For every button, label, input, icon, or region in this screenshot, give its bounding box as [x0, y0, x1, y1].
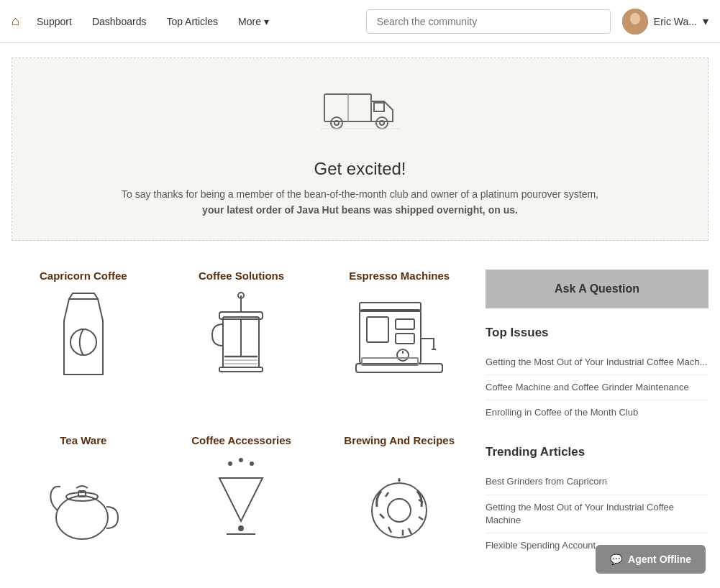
coffee-solutions-icon	[194, 292, 288, 385]
user-menu[interactable]: Eric Wa... ▾	[622, 9, 708, 35]
chat-icon: 💬	[610, 553, 622, 565]
hero-text: To say thanks for being a member of the …	[122, 186, 598, 219]
svg-point-35	[240, 459, 242, 461]
trending-articles-section: Trending Articles Best Grinders from Cap…	[486, 445, 708, 558]
coffee-accessories-icon	[194, 456, 288, 550]
svg-line-41	[388, 527, 391, 533]
nav-links: Support Dashboards Top Articles More ▾	[37, 16, 366, 27]
category-brewing-recipes[interactable]: Brewing And Recipes	[327, 434, 471, 578]
top-issues-list: Getting the Most Out of Your Industrial …	[486, 350, 708, 426]
top-issue-item[interactable]: Coffee Machine and Coffee Grinder Mainte…	[486, 375, 708, 400]
nav-top-articles[interactable]: Top Articles	[166, 16, 218, 27]
tea-ware-icon	[37, 456, 130, 550]
search-input[interactable]	[366, 9, 611, 34]
top-issue-item[interactable]: Enrolling in Coffee of the Month Club	[486, 400, 708, 425]
svg-point-34	[229, 462, 232, 465]
navigation: ⌂ Support Dashboards Top Articles More ▾…	[0, 0, 720, 43]
truck-icon	[321, 80, 400, 147]
svg-point-33	[239, 526, 243, 530]
coffee-solutions-label: Coffee Solutions	[199, 270, 284, 282]
category-coffee-solutions[interactable]: Coffee Solutions	[170, 270, 314, 413]
nav-support[interactable]: Support	[37, 16, 72, 27]
svg-point-4	[331, 117, 342, 129]
svg-rect-19	[219, 367, 263, 372]
coffee-accessories-label: Coffee Accessories	[191, 434, 291, 446]
category-capricorn-coffee[interactable]: Capricorn Coffee	[12, 270, 155, 413]
svg-point-1	[630, 13, 640, 24]
capricorn-coffee-label: Capricorn Coffee	[40, 270, 127, 282]
home-icon[interactable]: ⌂	[12, 14, 19, 29]
espresso-machines-label: Espresso Machines	[349, 270, 450, 282]
svg-line-45	[386, 492, 388, 497]
capricorn-coffee-icon	[37, 292, 130, 385]
hero-banner: Get excited! To say thanks for being a m…	[12, 58, 708, 241]
nav-dashboards[interactable]: Dashboards	[92, 16, 147, 27]
svg-point-36	[250, 462, 253, 465]
svg-rect-23	[396, 319, 414, 329]
agent-offline-label: Agent Offline	[628, 553, 691, 565]
svg-point-6	[376, 117, 388, 129]
svg-rect-22	[367, 317, 388, 342]
categories-grid: Capricorn Coffee Coffee Solutions	[12, 270, 471, 578]
ask-question-button[interactable]: Ask A Question	[486, 270, 708, 308]
trending-item[interactable]: Getting the Most Out of Your Industrial …	[486, 495, 708, 533]
svg-line-40	[380, 514, 384, 518]
agent-offline-button[interactable]: 💬 Agent Offline	[596, 545, 706, 574]
svg-rect-12	[219, 312, 263, 319]
svg-point-39	[388, 499, 411, 522]
svg-point-5	[334, 121, 339, 125]
svg-rect-20	[360, 310, 421, 364]
svg-point-30	[56, 496, 108, 539]
top-issues-section: Top Issues Getting the Most Out of Your …	[486, 326, 708, 426]
trending-item[interactable]: Best Grinders from Capricorn	[486, 469, 708, 495]
top-issue-item[interactable]: Getting the Most Out of Your Industrial …	[486, 350, 708, 375]
category-espresso-machines[interactable]: Espresso Machines	[327, 270, 471, 413]
brewing-recipes-icon	[352, 456, 446, 550]
svg-line-42	[409, 528, 411, 534]
user-dropdown-icon: ▾	[703, 14, 708, 28]
svg-rect-24	[396, 334, 414, 344]
search-container	[366, 9, 611, 34]
chevron-down-icon: ▾	[264, 16, 269, 27]
brewing-recipes-label: Brewing And Recipes	[344, 434, 455, 446]
avatar	[622, 9, 648, 35]
hero-title: Get excited!	[314, 159, 406, 179]
tea-ware-label: Tea Ware	[60, 434, 106, 446]
category-coffee-accessories[interactable]: Coffee Accessories	[170, 434, 314, 578]
svg-point-10	[70, 329, 96, 355]
right-sidebar: Ask A Question Top Issues Getting the Mo…	[486, 270, 708, 578]
svg-point-7	[380, 121, 384, 125]
top-issues-title: Top Issues	[486, 326, 708, 340]
nav-more[interactable]: More ▾	[238, 16, 269, 27]
main-content: Capricorn Coffee Coffee Solutions	[0, 255, 720, 588]
svg-line-43	[419, 517, 423, 520]
espresso-machines-icon	[352, 292, 446, 385]
username-label: Eric Wa...	[654, 16, 697, 27]
category-tea-ware[interactable]: Tea Ware	[12, 434, 155, 578]
trending-title: Trending Articles	[486, 445, 708, 459]
